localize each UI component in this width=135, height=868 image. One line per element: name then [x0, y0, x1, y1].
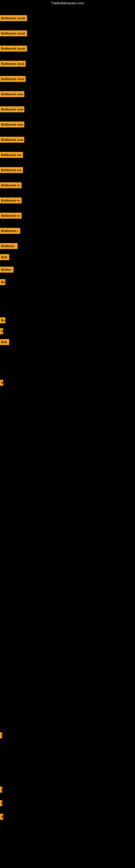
bar-label: Bottleneck resul: [0, 76, 26, 82]
bar-row: Bott: [0, 254, 9, 260]
bar-label: Bottlenec: [0, 243, 17, 249]
bar-label: |: [0, 733, 2, 738]
bar-label: Bott: [0, 254, 9, 260]
bar-row: Bottleneck result: [0, 30, 27, 36]
bar-row: B: [0, 814, 3, 820]
bar-label: B: [0, 380, 3, 386]
bar-label: Bottlen: [0, 267, 13, 273]
bar-row: Bottleneck re: [0, 197, 21, 204]
bar-row: Bottleneck resu: [0, 106, 24, 112]
bar-row: |: [0, 786, 2, 793]
bar-row: Bottleneck resu: [0, 122, 24, 127]
bar-label: B: [0, 328, 3, 334]
bar-row: Bottleneck resu: [0, 137, 24, 143]
bar-row: Bottlen: [0, 267, 13, 273]
bar-label: Bottleneck resul: [0, 61, 26, 67]
bar-row: Bottleneck result: [0, 15, 27, 21]
bar-row: Bottleneck re: [0, 213, 21, 219]
bar-row: Bottleneck resul: [0, 61, 26, 67]
bar-label: Bottleneck result: [0, 15, 27, 21]
bar-row: B: [0, 328, 3, 334]
bar-row: Bottleneck res: [0, 167, 23, 173]
bar-row: Bottlenec: [0, 243, 17, 249]
bar-row: Bottleneck res: [0, 152, 23, 158]
bar-row: Bottleneck resu: [0, 91, 24, 97]
bar-label: Bottleneck re: [0, 197, 21, 204]
bar-row: Bo: [0, 317, 5, 323]
bar-label: Bo: [0, 317, 5, 323]
bar-label: Bottleneck result: [0, 45, 27, 52]
bar-row: Bottleneck resul: [0, 76, 26, 82]
bar-row: |: [0, 800, 2, 806]
bar-label: Bottleneck resu: [0, 137, 24, 143]
bar-row: Bott: [0, 339, 9, 345]
bar-label: Bottleneck re: [0, 213, 21, 219]
bar-label: |: [0, 800, 2, 806]
bar-label: Bottleneck res: [0, 167, 23, 173]
bar-label: |: [0, 786, 2, 793]
site-title: TheBottlenecker.com: [0, 0, 135, 6]
bar-row: B: [0, 380, 3, 386]
bar-row: Bottleneck re: [0, 182, 21, 188]
bar-label: Bottleneck resu: [0, 91, 24, 97]
bar-row: |: [0, 733, 2, 738]
bar-label: Bottleneck resu: [0, 106, 24, 112]
bar-row: Bo: [0, 279, 5, 285]
bar-label: Bottleneck r: [0, 228, 20, 234]
bar-label: Bo: [0, 279, 5, 285]
bar-label: Bottleneck res: [0, 152, 23, 158]
bar-label: Bottleneck result: [0, 30, 27, 36]
bar-label: Bottleneck re: [0, 182, 21, 188]
bar-label: Bottleneck resu: [0, 122, 24, 127]
bar-row: Bottleneck r: [0, 228, 20, 234]
bar-row: Bottleneck result: [0, 45, 27, 52]
bar-label: B: [0, 814, 3, 820]
bar-label: Bott: [0, 339, 9, 345]
